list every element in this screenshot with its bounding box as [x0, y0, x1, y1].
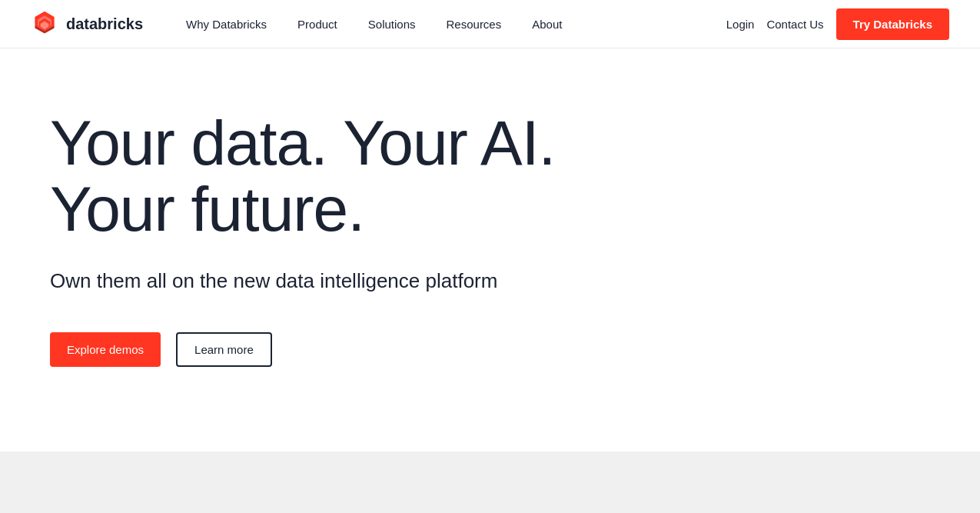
hero-subtitle: Own them all on the new data intelligenc…: [50, 267, 642, 295]
navbar: databricks Why Databricks Product Soluti…: [0, 0, 980, 48]
learn-more-button[interactable]: Learn more: [176, 332, 272, 367]
nav-solutions[interactable]: Solutions: [356, 12, 428, 37]
contact-link[interactable]: Contact Us: [766, 18, 823, 31]
nav-product[interactable]: Product: [285, 12, 350, 37]
hero-title: Your data. Your AI. Your future.: [50, 110, 642, 242]
hero-section: Your data. Your AI. Your future. Own the…: [0, 48, 692, 413]
hero-cta-group: Explore demos Learn more: [50, 332, 642, 367]
try-databricks-button[interactable]: Try Databricks: [836, 8, 949, 40]
databricks-logo-icon: [31, 10, 58, 38]
hero-title-line1: Your data. Your AI.: [50, 108, 555, 178]
brand-name: databricks: [66, 15, 143, 33]
nav-about[interactable]: About: [520, 12, 574, 37]
bottom-section: [0, 451, 980, 513]
hero-title-line2: Your future.: [50, 174, 364, 244]
explore-demos-button[interactable]: Explore demos: [50, 332, 161, 367]
nav-resources[interactable]: Resources: [434, 12, 514, 37]
nav-why-databricks[interactable]: Why Databricks: [174, 12, 279, 37]
nav-links: Why Databricks Product Solutions Resourc…: [174, 12, 726, 37]
login-link[interactable]: Login: [726, 18, 755, 31]
nav-right: Login Contact Us Try Databricks: [726, 8, 949, 40]
logo-link[interactable]: databricks: [31, 10, 143, 38]
